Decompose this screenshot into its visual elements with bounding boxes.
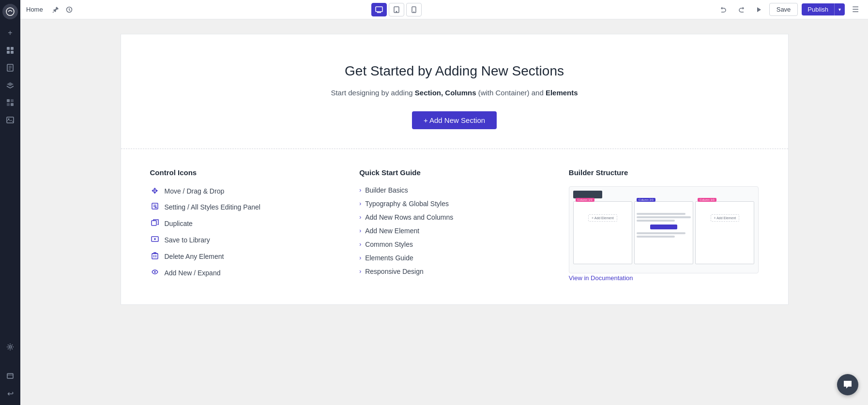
view-documentation-link[interactable]: View in Documentation [569,274,633,282]
control-item-delete: Delete Any Element [150,252,340,261]
library-icon [150,235,160,245]
topbar-actions: Save Publish ▾ ☰ [717,3,862,16]
delete-icon [150,252,160,261]
add-new-section-button[interactable]: + Add New Section [412,111,497,129]
preview-section-bar [573,191,602,198]
desktop-button[interactable] [371,3,387,16]
quick-start-column: Quick Start Guide › Builder Basics › Typ… [359,168,549,285]
chevron-right-icon: › [359,227,361,234]
svg-rect-9 [7,99,10,102]
sidebar-settings-icon[interactable] [2,339,18,355]
tablet-button[interactable] [389,3,404,16]
publish-label: Publish [802,3,835,15]
builder-preview: Column 1/3 + Add Element Column 2/3 [569,186,759,273]
sidebar-layers-icon[interactable] [2,77,18,93]
preview-column-3: Column 3/3 + Add Element [695,201,754,264]
svg-rect-3 [7,51,10,54]
left-sidebar: + [0,0,20,405]
page-canvas: Get Started by Adding New Sections Start… [121,34,789,305]
topbar: Home [20,0,868,19]
pin-icon[interactable] [49,3,62,16]
svg-marker-28 [757,7,761,12]
control-icons-heading: Control Icons [150,168,340,177]
guide-item-responsive[interactable]: › Responsive Design [359,268,549,275]
svg-point-0 [6,8,14,15]
svg-point-15 [9,346,12,348]
hero-section: Get Started by Adding New Sections Start… [121,34,788,149]
control-item-duplicate: Duplicate [150,219,340,228]
svg-rect-2 [11,47,14,50]
publish-button[interactable]: Publish ▾ [802,3,845,15]
chevron-right-icon: › [359,241,361,248]
svg-rect-10 [11,99,14,102]
control-item-settings: Setting / All Styles Editing Panel [150,202,340,212]
sidebar-add-icon[interactable]: + [2,25,18,41]
publish-dropdown-arrow[interactable]: ▾ [835,4,845,15]
svg-line-18 [53,12,54,13]
undo-button[interactable] [717,3,731,16]
builder-structure-heading: Builder Structure [569,168,759,177]
hero-title: Get Started by Adding New Sections [345,63,564,79]
sidebar-undo-icon[interactable]: ↩ [2,386,18,401]
svg-rect-36 [152,254,158,259]
svg-rect-16 [7,374,13,378]
logo-button[interactable] [2,4,18,19]
guide-item-elements-guide[interactable]: › Elements Guide [359,254,549,262]
history-icon[interactable] [62,3,76,16]
quick-start-heading: Quick Start Guide [359,168,549,177]
svg-point-25 [396,11,397,12]
home-link[interactable]: Home [26,6,43,13]
control-item-expand: Add New / Expand [150,268,340,278]
redo-button[interactable] [734,3,748,16]
svg-rect-4 [11,51,14,54]
svg-rect-20 [376,7,382,12]
chevron-right-icon: › [359,187,361,194]
control-icons-column: Control Icons ✥ Move / Drag & Drop [150,168,340,285]
sidebar-panel-icon[interactable] [2,368,18,384]
svg-rect-32 [152,221,156,225]
control-item-library: Save to Library [150,235,340,245]
move-icon: ✥ [150,186,160,195]
hero-subtitle: Start designing by adding Section, Colum… [331,89,578,97]
chevron-right-icon: › [359,214,361,221]
preview-column-2: Column 2/3 [634,201,693,264]
chevron-right-icon: › [359,268,361,275]
guide-item-builder-basics[interactable]: › Builder Basics [359,186,549,194]
svg-rect-11 [7,103,10,106]
preview-column-1: Column 1/3 + Add Element [573,201,632,264]
builder-structure-column: Builder Structure Column 1/3 + Add Eleme… [569,168,759,285]
expand-icon [150,268,160,278]
info-section: Control Icons ✥ Move / Drag & Drop [121,149,788,304]
svg-rect-1 [7,47,10,50]
sidebar-grid-icon[interactable] [2,43,18,58]
svg-rect-29 [152,203,158,209]
duplicate-icon [150,219,160,228]
svg-rect-12 [11,103,14,106]
control-item-move: ✥ Move / Drag & Drop [150,186,340,195]
mobile-button[interactable] [406,3,422,16]
guide-item-add-element[interactable]: › Add New Element [359,227,549,235]
sidebar-image-icon[interactable] [2,112,18,128]
hamburger-menu[interactable]: ☰ [849,3,862,16]
settings-edit-icon [150,202,160,212]
guide-item-common-styles[interactable]: › Common Styles [359,240,549,248]
guide-item-rows-columns[interactable]: › Add New Rows and Columns [359,213,549,221]
guide-item-typography[interactable]: › Typography & Global Styles [359,200,549,208]
save-button[interactable]: Save [769,3,798,16]
svg-rect-13 [7,117,14,123]
chevron-right-icon: › [359,255,361,261]
device-switcher [76,3,717,16]
chevron-right-icon: › [359,200,361,207]
chat-bubble[interactable] [837,374,858,395]
sidebar-page-icon[interactable] [2,60,18,75]
preview-button[interactable] [752,3,765,16]
main-content: Get Started by Adding New Sections Start… [41,19,868,405]
sidebar-blocks-icon[interactable] [2,95,18,110]
